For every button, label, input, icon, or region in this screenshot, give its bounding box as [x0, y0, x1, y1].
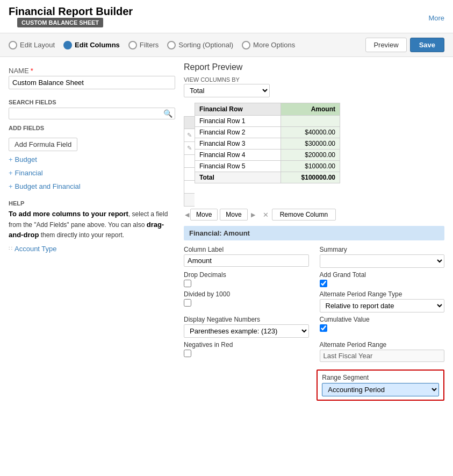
- drop-decimals-field: Drop Decimals: [184, 271, 309, 287]
- move-left-arrow: ◀: [185, 211, 189, 218]
- step-label-sorting: Sorting (Optional): [178, 41, 233, 49]
- preview-button[interactable]: Preview: [365, 38, 406, 52]
- range-segment-select[interactable]: Accounting Period: [322, 383, 439, 396]
- view-columns-select[interactable]: Total: [184, 84, 270, 97]
- sub-badge: CUSTOM BALANCE SHEET: [17, 18, 103, 27]
- view-columns-row: Total: [184, 84, 444, 97]
- page-title: Financial Report Builder: [9, 5, 133, 18]
- row4-label: Financial Row 4: [195, 150, 281, 161]
- col2-header: Amount: [281, 103, 340, 116]
- negatives-in-red-checkbox[interactable]: [184, 350, 191, 357]
- negatives-in-red-label: Negatives in Red: [184, 341, 309, 349]
- total-row: Total $100000.00: [195, 172, 340, 183]
- more-button[interactable]: More: [428, 14, 444, 22]
- step-label-edit-columns: Edit Columns: [75, 41, 120, 49]
- step-circle-edit-layout: [9, 41, 17, 49]
- row1-value: [281, 116, 340, 127]
- tree-item-budget[interactable]: + Budget: [9, 154, 175, 165]
- search-row: 🔍: [9, 108, 175, 119]
- move-remove-row: ◀ Move Move ▶ ✕ Remove Column: [184, 209, 444, 221]
- drag-icon: ∷: [9, 245, 12, 252]
- cumulative-value-label: Cumulative Value: [320, 316, 445, 323]
- column-label-input[interactable]: [184, 254, 309, 267]
- range-segment-box: Range Segment Accounting Period: [317, 370, 444, 401]
- row2-label: Financial Row 2: [195, 127, 281, 138]
- drop-decimals-checkbox[interactable]: [184, 280, 191, 287]
- total-value: $100000.00: [281, 172, 340, 183]
- negatives-in-red-field: Negatives in Red: [184, 341, 309, 362]
- alt-period-range-type-field: Alternate Period Range Type Relative to …: [320, 290, 445, 312]
- remove-x-icon[interactable]: ✕: [263, 211, 269, 219]
- display-negative-field: Display Negative Numbers Parentheses exa…: [184, 316, 309, 338]
- row4-value: $20000.00: [281, 150, 340, 161]
- range-segment-label: Range Segment: [322, 374, 439, 381]
- add-fields-label: ADD FIELDS: [9, 125, 175, 131]
- summary-label: Summary: [320, 246, 445, 253]
- options-grid: Column Label Summary Drop Decimals: [184, 246, 444, 362]
- summary-select[interactable]: [320, 254, 445, 268]
- step-filters[interactable]: Filters: [128, 41, 165, 49]
- step-more-options[interactable]: More Options: [242, 41, 301, 49]
- range-segment-section: Range Segment Accounting Period: [184, 367, 444, 401]
- drop-decimals-label: Drop Decimals: [184, 271, 309, 279]
- row3-label: Financial Row 3: [195, 138, 281, 150]
- add-formula-button[interactable]: Add Formula Field: [9, 138, 77, 151]
- row1-label: Financial Row 1: [195, 116, 281, 127]
- view-columns-label: VIEW COLUMNS BY: [184, 76, 444, 83]
- tree-item-budget-financial[interactable]: + Budget and Financial: [9, 181, 175, 191]
- step-label-edit-layout: Edit Layout: [20, 41, 55, 49]
- column-label-label: Column Label: [184, 246, 309, 253]
- report-preview-title: Report Preview: [184, 62, 444, 72]
- step-sorting[interactable]: Sorting (Optional): [167, 41, 240, 49]
- edit-icon-row2[interactable]: ✎: [187, 145, 192, 152]
- table-row: Financial Row 5 $10000.00: [195, 161, 340, 172]
- account-type-item[interactable]: ∷ Account Type: [9, 245, 175, 253]
- table-row: Financial Row 1: [195, 116, 340, 127]
- cumulative-value-checkbox[interactable]: [320, 324, 327, 332]
- total-label: Total: [195, 172, 281, 183]
- divided-by-1000-field: Divided by 1000: [184, 290, 309, 312]
- step-circle-filters: [128, 41, 137, 49]
- step-circle-more-options: [242, 41, 250, 49]
- account-type-label: Account Type: [15, 245, 57, 253]
- alt-period-range-label: Alternate Period Range: [320, 341, 445, 349]
- alt-period-range-field: Alternate Period Range: [320, 341, 445, 362]
- display-negative-select[interactable]: Parentheses example: (123): [184, 324, 309, 338]
- divided-by-1000-checkbox[interactable]: [184, 299, 191, 307]
- header-left: Financial Report Builder CUSTOM BALANCE …: [9, 5, 133, 31]
- header: Financial Report Builder CUSTOM BALANCE …: [0, 0, 453, 33]
- name-label: NAME *: [9, 67, 175, 75]
- alt-period-range-input[interactable]: [320, 350, 445, 362]
- name-input[interactable]: [9, 76, 175, 89]
- move-left-button[interactable]: Move: [190, 209, 218, 221]
- remove-column-button[interactable]: Remove Column: [272, 209, 336, 221]
- step-label-filters: Filters: [140, 41, 159, 49]
- edit-icon-row1[interactable]: ✎: [187, 132, 192, 139]
- save-button[interactable]: Save: [410, 38, 444, 52]
- col1-header: Financial Row: [195, 103, 281, 116]
- alt-period-range-type-label: Alternate Period Range Type: [320, 290, 445, 298]
- column-label-field: Column Label: [184, 246, 309, 268]
- row3-value: $30000.00: [281, 138, 340, 150]
- help-title: HELP: [9, 200, 175, 207]
- row2-value: $40000.00: [281, 127, 340, 138]
- table-row: Financial Row 4 $20000.00: [195, 150, 340, 161]
- search-input[interactable]: [11, 110, 163, 118]
- step-edit-columns[interactable]: Edit Columns: [63, 41, 126, 49]
- display-negative-label: Display Negative Numbers: [184, 316, 309, 323]
- tree-item-financial[interactable]: + Financial: [9, 168, 175, 178]
- move-right-arrow: ▶: [251, 211, 255, 218]
- table-row: Financial Row 3 $30000.00: [195, 138, 340, 150]
- table-row: Financial Row 2 $40000.00: [195, 127, 340, 138]
- add-grand-total-field: Add Grand Total: [320, 271, 445, 287]
- add-grand-total-checkbox[interactable]: [320, 280, 327, 287]
- step-label-more-options: More Options: [253, 41, 295, 49]
- right-panel: Report Preview VIEW COLUMNS BY Total ✎ ✎: [184, 62, 444, 401]
- alt-period-range-type-select[interactable]: Relative to report date: [320, 299, 445, 312]
- step-edit-layout[interactable]: Edit Layout: [9, 41, 61, 49]
- row5-label: Financial Row 5: [195, 161, 281, 172]
- cumulative-value-field: Cumulative Value: [320, 316, 445, 338]
- search-icon[interactable]: 🔍: [163, 109, 172, 118]
- help-box: HELP To add more columns to your report,…: [9, 200, 175, 253]
- move-right-button[interactable]: Move: [220, 209, 247, 221]
